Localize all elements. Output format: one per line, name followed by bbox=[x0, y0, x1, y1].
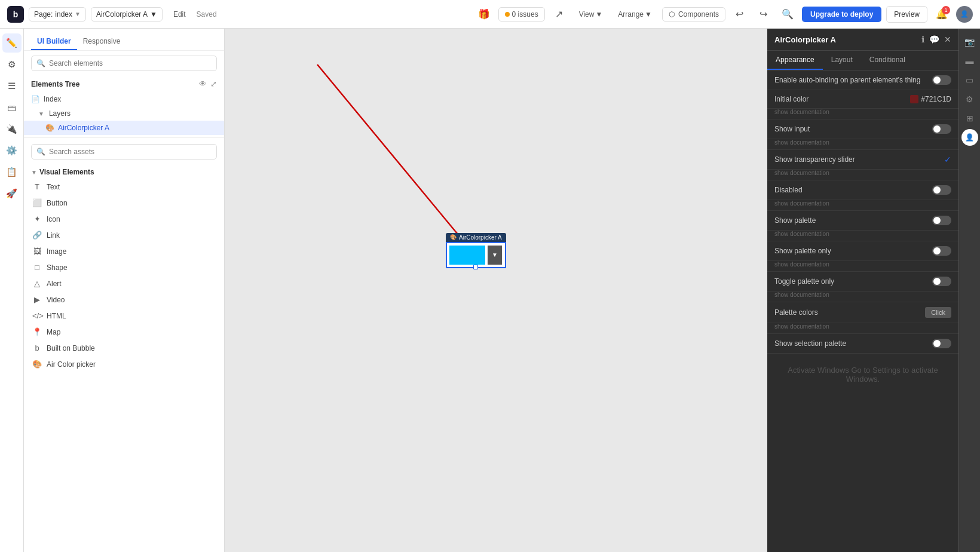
arrange-label: Arrange bbox=[618, 10, 644, 19]
tab-ui-builder[interactable]: UI Builder bbox=[31, 33, 77, 50]
search-elements-box[interactable]: 🔍 bbox=[31, 56, 217, 71]
right-panel: AirColorpicker A ℹ 💬 ✕ Appearance Layout… bbox=[767, 29, 958, 552]
element-map[interactable]: 📍 Map bbox=[24, 324, 224, 340]
search-assets-box[interactable]: 🔍 bbox=[31, 144, 217, 160]
rp-row-show-palette: Show palette bbox=[767, 211, 958, 231]
element-button[interactable]: ⬜ Button bbox=[24, 195, 224, 211]
fr-user-circle-btn[interactable]: 👤 bbox=[961, 129, 978, 146]
rail-logs-icon[interactable]: 📋 bbox=[2, 162, 22, 182]
color-preview-swatch[interactable] bbox=[910, 95, 918, 103]
rp-toggle-toggle-palette-only[interactable] bbox=[932, 277, 951, 286]
element-html[interactable]: </> HTML bbox=[24, 308, 224, 324]
rp-toggle-show-selection-palette[interactable] bbox=[932, 339, 951, 348]
rail-deploy-icon[interactable]: 🚀 bbox=[2, 184, 22, 203]
fr-layers-icon[interactable]: ▬ bbox=[961, 53, 978, 69]
icon-rail: ✏️ ⚙ ☰ 🗃 🔌 ⚙️ 📋 🚀 bbox=[0, 29, 24, 552]
notifications-button[interactable]: 🔔 1 bbox=[932, 5, 951, 24]
rp-toggle-autobind[interactable] bbox=[932, 75, 951, 85]
rp-click-palette-colors[interactable]: Click bbox=[925, 307, 951, 318]
edit-button[interactable]: Edit bbox=[167, 8, 192, 21]
fr-panel-icon[interactable]: ▭ bbox=[961, 72, 978, 88]
fr-camera-icon[interactable]: 📷 bbox=[961, 33, 978, 50]
search-assets-input[interactable] bbox=[49, 148, 212, 156]
element-built-on-bubble[interactable]: b Built on Bubble bbox=[24, 340, 224, 356]
element-shape[interactable]: □ Shape bbox=[24, 259, 224, 275]
widget-resize-handle[interactable] bbox=[473, 265, 478, 269]
rp-title: AirColorpicker A bbox=[774, 35, 917, 44]
rp-sub-disabled[interactable]: show documentation bbox=[767, 200, 958, 211]
user-avatar[interactable]: 👤 bbox=[956, 6, 973, 23]
element-icon[interactable]: ✦ Icon bbox=[24, 211, 224, 227]
redo-icon[interactable]: ↪ bbox=[754, 5, 773, 24]
rp-toggle-disabled[interactable] bbox=[932, 185, 951, 195]
widget-box[interactable]: ▼ bbox=[446, 242, 506, 268]
canvas-widget[interactable]: 🎨 AirColorpicker A ▼ bbox=[446, 232, 506, 268]
components-button[interactable]: ⬡ Components bbox=[662, 7, 725, 22]
canvas[interactable]: 🎨 AirColorpicker A ▼ bbox=[225, 29, 767, 552]
visibility-icon[interactable]: 👁 bbox=[199, 79, 207, 88]
rp-label-autobind: Enable auto-binding on parent element's … bbox=[774, 76, 932, 84]
fr-grid-icon[interactable]: ⊞ bbox=[961, 110, 978, 127]
rp-sub-show-palette-only[interactable]: show documentation bbox=[767, 261, 958, 272]
rp-toggle-show-palette-only[interactable] bbox=[932, 246, 951, 256]
rp-row-show-selection-palette: Show selection palette bbox=[767, 334, 958, 354]
preview-button[interactable]: Preview bbox=[886, 6, 927, 23]
rp-sub-show-palette[interactable]: show documentation bbox=[767, 231, 958, 241]
element-selector[interactable]: AirColorpicker A ▼ bbox=[91, 7, 163, 22]
element-text[interactable]: T Text bbox=[24, 179, 224, 195]
tree-item-aircolorpicker[interactable]: 🎨 AirColorpicker A bbox=[24, 121, 224, 135]
arrange-button[interactable]: Arrange ▼ bbox=[612, 7, 657, 22]
rail-workflow-icon[interactable]: ⚙ bbox=[2, 55, 22, 74]
rp-chat-icon[interactable]: 💬 bbox=[929, 35, 939, 44]
search-elements-input[interactable] bbox=[49, 59, 212, 68]
rail-plugins-icon[interactable]: 🔌 bbox=[2, 119, 22, 139]
upgrade-button[interactable]: Upgrade to deploy bbox=[802, 7, 881, 22]
element-built-on-bubble-label: Built on Bubble bbox=[47, 344, 95, 352]
element-image[interactable]: 🖼 Image bbox=[24, 243, 224, 259]
tree-item-index[interactable]: 📄 Index bbox=[24, 92, 224, 106]
rp-sub-toggle-palette-only[interactable]: show documentation bbox=[767, 292, 958, 302]
rail-settings-icon[interactable]: ⚙️ bbox=[2, 141, 22, 160]
html-icon: </> bbox=[32, 311, 42, 320]
view-button[interactable]: View ▼ bbox=[574, 7, 608, 22]
rp-toggle-show-input[interactable] bbox=[932, 124, 951, 134]
page-selector[interactable]: Page: index ▼ bbox=[29, 7, 86, 22]
pointer-icon[interactable]: ↗ bbox=[550, 5, 569, 24]
rp-sub-transparency-slider[interactable]: show documentation bbox=[767, 170, 958, 180]
widget-dropdown-icon[interactable]: ▼ bbox=[488, 246, 502, 265]
element-video[interactable]: ▶ Video bbox=[24, 292, 224, 308]
tree-item-aircolorpicker-label: AirColorpicker A bbox=[58, 124, 109, 132]
components-label: Components bbox=[678, 10, 719, 19]
rail-data-icon[interactable]: ☰ bbox=[2, 76, 22, 96]
rp-body: Enable auto-binding on parent element's … bbox=[767, 70, 958, 552]
search-icon[interactable]: 🔍 bbox=[778, 5, 797, 24]
saved-status: Saved bbox=[197, 10, 217, 19]
rail-styles-icon[interactable]: 🗃 bbox=[2, 98, 22, 117]
rail-ui-icon[interactable]: ✏️ bbox=[2, 33, 22, 53]
rp-toggle-show-palette[interactable] bbox=[932, 216, 951, 225]
tab-responsive[interactable]: Responsive bbox=[77, 33, 127, 50]
rp-close-icon[interactable]: ✕ bbox=[944, 35, 951, 44]
rp-check-transparency: ✓ bbox=[944, 155, 951, 164]
issues-button[interactable]: 0 issues bbox=[498, 7, 545, 22]
rp-tab-appearance[interactable]: Appearance bbox=[767, 51, 823, 70]
rp-tab-layout[interactable]: Layout bbox=[823, 51, 861, 70]
element-alert[interactable]: △ Alert bbox=[24, 275, 224, 292]
expand-icon[interactable]: ⤢ bbox=[210, 79, 217, 88]
fr-settings-icon[interactable]: ⚙ bbox=[961, 91, 978, 108]
rp-label-initial-color: Initial color bbox=[774, 95, 910, 103]
tree-item-layers[interactable]: ▼ Layers bbox=[24, 106, 224, 121]
elements-tree-icons: 👁 ⤢ bbox=[199, 79, 217, 88]
rp-info-icon[interactable]: ℹ bbox=[921, 35, 924, 44]
map-icon: 📍 bbox=[32, 327, 42, 336]
panel-tabs: UI Builder Responsive bbox=[24, 29, 224, 51]
rp-tab-conditional[interactable]: Conditional bbox=[861, 51, 914, 70]
rp-sub-initial-color[interactable]: show documentation bbox=[767, 109, 958, 119]
undo-icon[interactable]: ↩ bbox=[730, 5, 749, 24]
rp-sub-show-input[interactable]: show documentation bbox=[767, 139, 958, 150]
gift-icon[interactable]: 🎁 bbox=[474, 5, 494, 24]
rp-row-show-palette-only: Show palette only bbox=[767, 241, 958, 261]
element-link[interactable]: 🔗 Link bbox=[24, 227, 224, 243]
rp-sub-palette-colors[interactable]: show documentation bbox=[767, 323, 958, 334]
element-air-color-picker[interactable]: 🎨 Air Color picker bbox=[24, 356, 224, 372]
